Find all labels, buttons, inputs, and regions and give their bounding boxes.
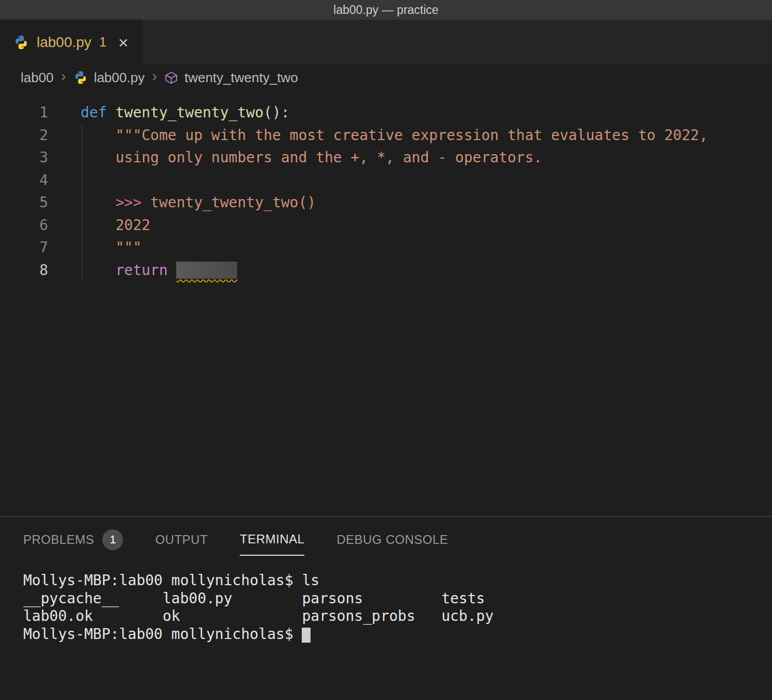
- code-token: """Come up with the most creative expres…: [81, 127, 708, 144]
- code-line[interactable]: 7 """: [0, 236, 772, 259]
- terminal-text: __pycache__ lab00.py parsons tests: [23, 590, 485, 607]
- line-number: 5: [0, 191, 62, 214]
- panel-tab-label: OUTPUT: [155, 532, 208, 547]
- terminal-text: lab00.ok ok parsons_probs ucb.py: [23, 607, 493, 625]
- code-text: """: [62, 236, 142, 259]
- code-token: twenty_twenty_two(): [142, 194, 316, 211]
- terminal-text: Mollys-MBP:lab00 mollynicholas$: [23, 626, 302, 643]
- code-editor[interactable]: 1def twenty_twenty_two():2 """Come up wi…: [0, 90, 772, 516]
- code-line[interactable]: 8 return: [0, 259, 772, 282]
- line-number: 7: [0, 236, 62, 259]
- code-text: return: [62, 259, 237, 282]
- panel-tab-label: DEBUG CONSOLE: [336, 532, 448, 547]
- python-icon: [13, 35, 29, 50]
- code-line[interactable]: 2 """Come up with the most creative expr…: [0, 124, 772, 147]
- code-token: [81, 262, 115, 279]
- terminal-cursor: [302, 628, 311, 643]
- panel-tab-problems[interactable]: PROBLEMS1: [23, 529, 123, 558]
- code-token: return: [115, 262, 167, 279]
- breadcrumb-file[interactable]: lab00.py: [94, 70, 145, 86]
- code-token: twenty_twenty_two: [115, 104, 264, 121]
- close-icon[interactable]: ×: [118, 34, 129, 51]
- code-token: 2022: [81, 217, 150, 234]
- code-text: def twenty_twenty_two():: [62, 101, 290, 124]
- code-token: ():: [264, 104, 290, 121]
- tab-bar: lab00.py 1 ×: [0, 20, 772, 65]
- line-number: 4: [0, 169, 62, 192]
- panel-tabs: PROBLEMS1OUTPUTTERMINALDEBUG CONSOLE: [0, 517, 772, 558]
- tab-problems-count: 1: [99, 35, 106, 50]
- panel-tab-output[interactable]: OUTPUT: [155, 532, 208, 555]
- window-title: lab00.py — practice: [333, 3, 438, 17]
- terminal-text: Mollys-MBP:lab00 mollynicholas$ ls: [23, 572, 319, 589]
- symbol-cube-icon: [164, 71, 178, 85]
- tab-label: lab00.py: [37, 34, 91, 51]
- terminal[interactable]: Mollys-MBP:lab00 mollynicholas$ ls__pyca…: [0, 572, 772, 643]
- code-text: using only numbers and the +, *, and - o…: [62, 146, 542, 169]
- code-token: using only numbers and the +, *, and - o…: [81, 149, 542, 166]
- line-number: 3: [0, 146, 62, 169]
- bottom-panel: PROBLEMS1OUTPUTTERMINALDEBUG CONSOLE Mol…: [0, 516, 772, 700]
- tab-lab00py[interactable]: lab00.py 1 ×: [0, 20, 142, 65]
- code-line[interactable]: 5 >>> twenty_twenty_two(): [0, 191, 772, 214]
- panel-tab-debug-console[interactable]: DEBUG CONSOLE: [336, 532, 448, 555]
- code-line[interactable]: 1def twenty_twenty_two():: [0, 101, 772, 124]
- line-number: 6: [0, 214, 62, 237]
- chevron-right-icon: ›: [152, 67, 157, 85]
- code-line[interactable]: 6 2022: [0, 214, 772, 237]
- breadcrumb-folder[interactable]: lab00: [21, 70, 54, 86]
- terminal-line: __pycache__ lab00.py parsons tests: [23, 590, 772, 608]
- breadcrumb: lab00 › lab00.py › twenty_twenty_two: [0, 65, 772, 90]
- panel-tab-label: TERMINAL: [240, 532, 304, 546]
- code-token: [81, 194, 115, 211]
- code-token: def: [81, 104, 107, 121]
- terminal-line: Mollys-MBP:lab00 mollynicholas$ ls: [23, 572, 772, 590]
- terminal-output: Mollys-MBP:lab00 mollynicholas$ ls__pyca…: [23, 572, 772, 643]
- code-token: [107, 104, 116, 121]
- breadcrumb-symbol[interactable]: twenty_twenty_two: [184, 70, 298, 86]
- code-line[interactable]: 4: [0, 169, 772, 192]
- code-token: [168, 262, 177, 279]
- line-number: 1: [0, 101, 62, 124]
- python-icon: [73, 70, 88, 85]
- line-number: 8: [0, 259, 62, 282]
- problems-count-badge: 1: [102, 529, 123, 550]
- code-text: [62, 169, 81, 192]
- code-line[interactable]: 3 using only numbers and the +, *, and -…: [0, 146, 772, 169]
- title-bar: lab00.py — practice: [0, 0, 772, 20]
- code-token: >>>: [115, 194, 142, 211]
- terminal-line: lab00.ok ok parsons_probs ucb.py: [23, 607, 772, 626]
- panel-tab-terminal[interactable]: TERMINAL: [240, 532, 304, 556]
- line-number: 2: [0, 124, 62, 147]
- code-text: 2022: [62, 214, 150, 237]
- code-text: """Come up with the most creative expres…: [62, 124, 708, 147]
- terminal-line: Mollys-MBP:lab00 mollynicholas$: [23, 626, 772, 644]
- code-lines: 1def twenty_twenty_two():2 """Come up wi…: [0, 101, 772, 281]
- code-text: >>> twenty_twenty_two(): [62, 191, 316, 214]
- panel-tab-label: PROBLEMS: [23, 532, 94, 547]
- code-token: """: [81, 239, 142, 256]
- indent-guide: [82, 124, 82, 281]
- chevron-right-icon: ›: [61, 67, 66, 85]
- warning-placeholder: [176, 262, 237, 279]
